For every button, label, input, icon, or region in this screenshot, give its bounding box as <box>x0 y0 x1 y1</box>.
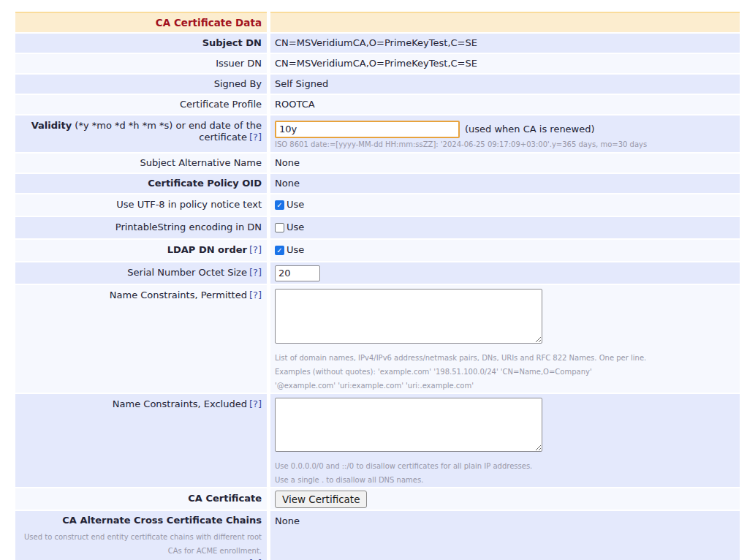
view-certificate-button[interactable]: View Certificate <box>275 491 367 508</box>
nc-permitted-label: Name Constraints, Permitted[?] <box>15 285 267 393</box>
signed-by-label: Signed By <box>15 75 267 94</box>
validity-label: Validity (*y *mo *d *h *m *s) or end dat… <box>15 116 267 152</box>
nc-excluded-label: Name Constraints, Excluded[?] <box>15 394 267 487</box>
nc-permitted-help-link[interactable]: [?] <box>249 290 262 300</box>
alternate-chains-value: None <box>270 511 740 560</box>
printable-string-checkbox-row: Use <box>275 222 304 233</box>
alternate-chains-label-cell: CA Alternate Cross Certificate Chains Us… <box>15 511 267 560</box>
subject-alt-name-value: None <box>270 154 740 173</box>
certificate-profile-label: Certificate Profile <box>15 95 267 114</box>
ldap-dn-order-checkbox-row: Use <box>275 244 304 256</box>
ldap-dn-order-cell: Use <box>270 240 740 261</box>
serial-octet-size-input[interactable] <box>275 265 320 281</box>
ldap-dn-order-label-text: LDAP DN order[?] <box>167 244 262 256</box>
section-header-spacer <box>270 12 740 32</box>
nc-permitted-notes: List of domain names, IPv4/IPv6 address/… <box>275 351 646 393</box>
ldap-dn-order-help-link[interactable]: [?] <box>249 244 262 255</box>
utf8-policy-cell: Use <box>270 194 740 216</box>
validity-input[interactable] <box>275 121 460 138</box>
nc-permitted-note-line: List of domain names, IPv4/IPv6 address/… <box>275 351 646 365</box>
ldap-dn-order-checkbox[interactable] <box>275 246 284 255</box>
nc-permitted-note-line: '@example.com' 'uri:example.com' 'uri:.e… <box>275 379 646 393</box>
printable-string-cell: Use <box>270 217 740 238</box>
ca-certificate-cell: View Certificate <box>270 488 740 510</box>
utf8-policy-checkbox-row: Use <box>275 199 304 211</box>
ldap-dn-order-label: LDAP DN order[?] <box>15 240 267 261</box>
alternate-chains-label: CA Alternate Cross Certificate Chains <box>62 515 262 526</box>
validity-input-line: (used when CA is renewed) <box>275 121 595 138</box>
certificate-profile-value: ROOTCA <box>270 95 740 114</box>
serial-octet-size-label-text: Serial Number Octet Size[?] <box>127 267 262 279</box>
utf8-policy-checkbox-label: Use <box>287 199 304 211</box>
printable-string-checkbox[interactable] <box>275 223 284 232</box>
serial-octet-size-label: Serial Number Octet Size[?] <box>15 262 267 284</box>
subject-alt-name-label: Subject Alternative Name <box>15 154 267 173</box>
issuer-dn-value: CN=MSVeridiumCA,O=PrimeKeyTest,C=SE <box>270 54 740 73</box>
serial-octet-size-cell <box>270 262 740 284</box>
nc-permitted-label-text: Name Constraints, Permitted[?] <box>110 290 262 301</box>
certificate-policy-oid-label: Certificate Policy OID <box>15 174 267 193</box>
utf8-policy-checkbox[interactable] <box>275 200 284 210</box>
nc-excluded-label-text: Name Constraints, Excluded[?] <box>113 398 262 410</box>
nc-excluded-help-link[interactable]: [?] <box>249 398 262 409</box>
subject-dn-label: Subject DN <box>15 34 267 53</box>
nc-permitted-textarea[interactable] <box>275 289 542 344</box>
validity-format-note: ISO 8601 date:=[yyyy-MM-dd HH:mm:ssZZ]: … <box>275 140 647 150</box>
signed-by-value: Self Signed <box>270 75 740 94</box>
validity-field-cell: (used when CA is renewed) ISO 8601 date:… <box>270 116 740 152</box>
printable-string-checkbox-label: Use <box>287 222 304 233</box>
ldap-dn-order-checkbox-label: Use <box>287 244 304 256</box>
nc-excluded-notes: Use 0.0.0.0/0 and ::/0 to disallow certi… <box>275 459 532 487</box>
validity-label-text: Validity (*y *mo *d *h *m *s) or end dat… <box>24 120 262 144</box>
nc-excluded-note-line: Use a single . to disallow all DNS names… <box>275 473 532 487</box>
utf8-policy-label: Use UTF-8 in policy notice text <box>15 194 267 216</box>
section-title: CA Certificate Data <box>156 17 262 29</box>
issuer-dn-label: Issuer DN <box>15 54 267 73</box>
validity-suffix: (used when CA is renewed) <box>465 124 595 135</box>
ca-certificate-label: CA Certificate <box>15 488 267 510</box>
nc-permitted-cell: List of domain names, IPv4/IPv6 address/… <box>270 285 740 393</box>
nc-excluded-textarea[interactable] <box>275 398 542 452</box>
nc-excluded-cell: Use 0.0.0.0/0 and ::/0 to disallow certi… <box>270 394 740 487</box>
validity-help-link[interactable]: [?] <box>249 132 262 143</box>
printable-string-label: PrintableString encoding in DN <box>15 217 267 238</box>
serial-octet-size-help-link[interactable]: [?] <box>249 267 262 278</box>
ca-certificate-data-table: CA Certificate Data Subject DN CN=MSVeri… <box>15 12 740 560</box>
nc-permitted-note-line: Examples (without quotes): 'example.com'… <box>275 365 646 379</box>
subject-dn-value: CN=MSVeridiumCA,O=PrimeKeyTest,C=SE <box>270 34 740 53</box>
nc-excluded-note-line: Use 0.0.0.0/0 and ::/0 to disallow certi… <box>275 459 532 473</box>
section-header: CA Certificate Data <box>15 12 267 32</box>
alternate-chains-description: Used to construct end entity certificate… <box>24 530 262 558</box>
certificate-policy-oid-value: None <box>270 174 740 193</box>
